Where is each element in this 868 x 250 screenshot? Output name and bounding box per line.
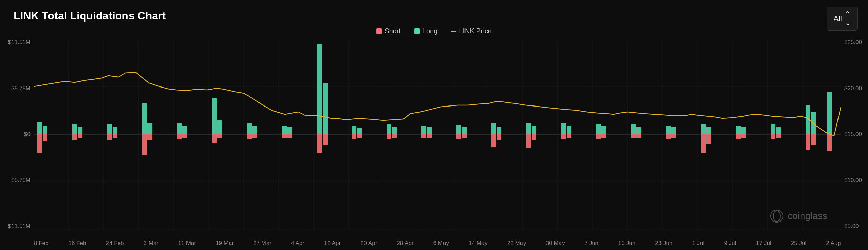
svg-rect-111 <box>771 124 775 134</box>
svg-rect-93 <box>601 126 606 134</box>
x-label-18: 1 Jul <box>692 240 704 247</box>
svg-rect-72 <box>421 134 426 138</box>
svg-rect-82 <box>497 134 501 140</box>
svg-rect-36 <box>107 134 112 140</box>
svg-rect-43 <box>177 123 182 134</box>
svg-rect-74 <box>427 134 432 138</box>
svg-rect-59 <box>317 44 322 134</box>
svg-rect-31 <box>72 124 77 134</box>
chart-title: LINK Total Liquidations Chart <box>14 9 166 22</box>
svg-rect-106 <box>706 134 711 144</box>
svg-rect-76 <box>456 134 461 139</box>
svg-rect-110 <box>741 134 746 138</box>
x-label-8: 12 Apr <box>324 240 341 247</box>
y-axis-right: $25.00 $20.00 $15.00 $10.00 $5.00 <box>841 39 868 230</box>
svg-rect-34 <box>78 134 82 138</box>
svg-rect-118 <box>811 134 816 145</box>
svg-rect-85 <box>532 126 536 134</box>
svg-rect-65 <box>357 128 362 134</box>
y-axis-left: $11.51M $5.75M $0 $5.75M $11.51M <box>0 39 34 230</box>
chevron-icon: ⌃⌄ <box>845 10 851 27</box>
y-left-1: $5.75M <box>11 85 31 92</box>
svg-rect-80 <box>491 134 496 147</box>
svg-rect-73 <box>427 127 432 134</box>
price-dot <box>451 31 456 32</box>
svg-rect-102 <box>671 134 676 138</box>
x-label-12: 14 May <box>469 240 488 247</box>
svg-rect-46 <box>182 134 187 138</box>
svg-rect-45 <box>182 126 187 134</box>
svg-rect-97 <box>636 127 641 134</box>
chart-svg <box>34 39 841 230</box>
legend-price: LINK Price <box>451 27 492 35</box>
x-label-3: 3 Mar <box>144 240 158 247</box>
svg-rect-99 <box>666 126 671 134</box>
svg-rect-35 <box>107 124 112 134</box>
svg-rect-103 <box>701 124 706 134</box>
x-label-20: 17 Jul <box>756 240 771 247</box>
svg-rect-114 <box>776 134 781 138</box>
x-label-7: 4 Apr <box>291 240 304 247</box>
y-right-3: $10.00 <box>844 177 862 184</box>
svg-rect-81 <box>497 127 501 134</box>
svg-rect-70 <box>392 134 397 138</box>
watermark: coinglass <box>770 209 827 223</box>
svg-rect-68 <box>387 134 391 139</box>
chart-area <box>34 39 841 230</box>
svg-rect-37 <box>113 127 117 134</box>
svg-rect-98 <box>636 134 641 138</box>
x-label-11: 6 May <box>433 240 449 247</box>
svg-rect-90 <box>567 134 571 138</box>
y-right-2: $15.00 <box>844 131 862 138</box>
svg-rect-120 <box>827 134 832 151</box>
svg-rect-28 <box>37 134 42 153</box>
all-button-label: All <box>834 14 842 23</box>
svg-rect-64 <box>352 134 356 139</box>
svg-rect-48 <box>212 134 217 143</box>
x-label-10: 28 Apr <box>397 240 413 247</box>
svg-rect-91 <box>596 124 601 134</box>
svg-rect-87 <box>561 123 566 134</box>
svg-rect-32 <box>72 134 77 140</box>
svg-rect-109 <box>741 127 746 134</box>
x-axis: 8 Feb 16 Feb 24 Feb 3 Mar 11 Mar 19 Mar … <box>34 240 841 247</box>
y-left-0: $11.51M <box>8 39 31 46</box>
svg-rect-119 <box>827 92 832 134</box>
svg-rect-30 <box>43 134 47 141</box>
svg-rect-86 <box>532 134 536 140</box>
svg-rect-78 <box>462 134 467 138</box>
x-label-16: 15 Jun <box>618 240 635 247</box>
svg-rect-63 <box>352 126 356 134</box>
svg-rect-66 <box>357 134 362 138</box>
svg-rect-104 <box>701 134 706 153</box>
x-label-21: 25 Jul <box>791 240 806 247</box>
y-right-1: $20.00 <box>844 85 862 92</box>
svg-rect-100 <box>666 134 671 139</box>
svg-rect-54 <box>252 134 257 138</box>
svg-rect-55 <box>282 126 287 134</box>
svg-rect-69 <box>392 127 397 134</box>
svg-rect-105 <box>706 127 711 134</box>
long-label: Long <box>422 27 438 35</box>
svg-rect-58 <box>287 134 292 138</box>
y-right-4: $5.00 <box>844 223 859 230</box>
x-label-6: 27 Mar <box>253 240 271 247</box>
svg-rect-113 <box>776 127 781 134</box>
chart-container: LINK Total Liquidations Chart All ⌃⌄ Sho… <box>0 0 868 250</box>
svg-rect-83 <box>526 123 531 134</box>
x-label-17: 23 Jun <box>655 240 672 247</box>
legend-short: Short <box>376 27 401 35</box>
svg-rect-75 <box>456 125 461 134</box>
svg-rect-47 <box>212 98 217 134</box>
svg-rect-53 <box>252 126 257 134</box>
x-label-19: 9 Jul <box>724 240 736 247</box>
all-button[interactable]: All ⌃⌄ <box>827 7 858 31</box>
svg-rect-27 <box>37 122 42 134</box>
y-left-3: $5.75M <box>11 177 31 184</box>
x-label-9: 20 Apr <box>360 240 377 247</box>
legend-long: Long <box>414 27 438 35</box>
svg-rect-79 <box>491 123 496 134</box>
x-label-4: 11 Mar <box>178 240 196 247</box>
svg-rect-89 <box>567 126 571 134</box>
svg-rect-112 <box>771 134 775 139</box>
